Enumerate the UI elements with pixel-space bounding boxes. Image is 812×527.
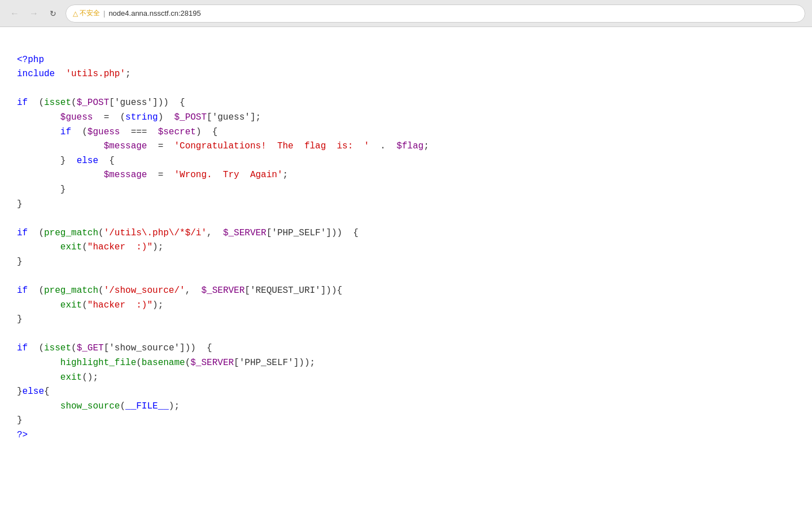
regex-string1: '/utils\.php\/*$/i' [104,228,207,238]
php-open-tag: <?php [17,55,44,65]
isset-call2: isset [44,343,71,353]
show-source-call: show_source [60,401,120,411]
exit-call3: exit [60,372,82,383]
address-bar[interactable]: △ 不安全 | node4.anna.nssctf.cn:28195 [66,5,805,23]
else-keyword2: else [23,387,44,397]
keyword-if1: if [17,98,28,108]
hacker-string2: "hacker :)" [88,300,152,310]
file-const: __FILE__ [125,401,169,411]
guess-var2: $guess [88,127,120,137]
message-var1: $message [104,141,147,151]
url-display: node4.anna.nssctf.cn:28195 [108,9,200,17]
exit-call1: exit [60,242,82,252]
string-cast: string [125,112,158,122]
server-phpself1: $_SERVER [223,228,267,238]
keyword-if3: if [17,228,28,238]
guess-var: $guess [60,112,93,122]
forward-button[interactable]: → [26,6,42,21]
post-guess-var2: $_POST [174,112,207,122]
reload-button[interactable]: ↻ [45,6,61,21]
else-keyword1: else [77,156,98,166]
preg-match1: preg_match [44,228,98,238]
url-separator: | [103,9,105,17]
security-label: 不安全 [80,8,100,18]
highlight-file-call: highlight_file [60,358,136,368]
basename-call: basename [142,358,185,368]
server-phpself2: $_SERVER [190,358,234,368]
isset-call1: isset [44,98,71,108]
hacker-string1: "hacker :)" [88,242,152,252]
keyword-if5: if [17,343,28,353]
wrong-string: 'Wrong. Try Again' [174,170,282,180]
message-var2: $message [104,170,147,180]
warning-icon: △ [73,10,78,17]
browser-chrome: ← → ↻ △ 不安全 | node4.anna.nssctf.cn:28195 [0,0,812,27]
regex-string2: '/show_source/' [104,286,185,296]
flag-var: $flag [396,141,424,151]
server-requri: $_SERVER [201,286,245,296]
php-close-tag: ?> [17,430,28,440]
get-showsource: $_GET [77,343,104,353]
back-button[interactable]: ← [7,6,23,21]
include-string: 'utils.php' [66,69,125,79]
exit-call2: exit [60,300,82,310]
code-block: <?php include 'utils.php'; if (isset($_P… [17,38,795,457]
post-guess-var: $_POST [77,98,110,108]
keyword-if2: if [60,127,71,137]
nav-buttons: ← → ↻ [7,6,61,21]
security-warning: △ 不安全 [73,8,100,18]
page-content: <?php include 'utils.php'; if (isset($_P… [0,27,812,527]
secret-var: $secret [158,127,196,137]
preg-match2: preg_match [44,286,98,296]
keyword-if4: if [17,286,28,296]
congrats-string: 'Congratulations! The flag is: ' [174,141,369,151]
include-keyword: include [17,69,55,79]
